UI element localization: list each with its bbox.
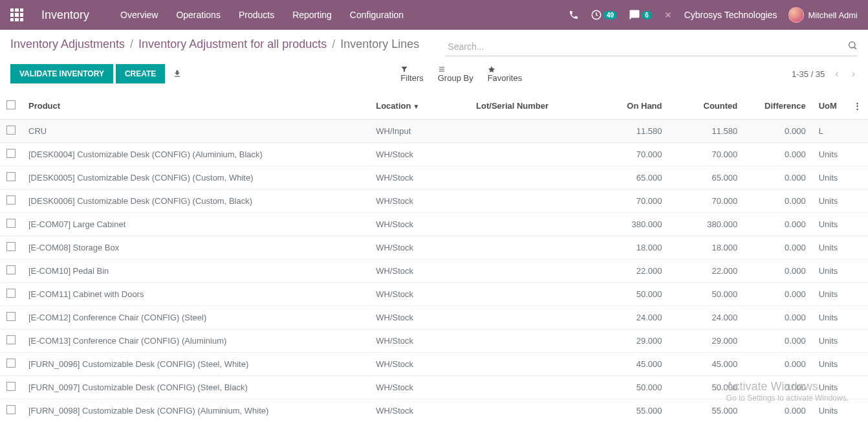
row-checkbox[interactable] bbox=[6, 382, 16, 391]
table-row[interactable]: [E-COM13] Conference Chair (CONFIG) (Alu… bbox=[0, 329, 868, 353]
cell-lot bbox=[470, 236, 593, 260]
nav-overview[interactable]: Overview bbox=[120, 10, 158, 20]
cell-uom: Units bbox=[812, 213, 847, 236]
table-row[interactable]: [FURN_0096] Customizable Desk (CONFIG) (… bbox=[0, 353, 868, 376]
cell-uom: Units bbox=[812, 143, 847, 166]
cell-counted: 22.000 bbox=[669, 260, 744, 283]
col-uom[interactable]: UoM bbox=[812, 93, 847, 120]
filters-button[interactable]: Filters bbox=[400, 65, 423, 83]
nav-reporting[interactable]: Reporting bbox=[292, 10, 332, 20]
table-row[interactable]: [E-COM10] Pedal BinWH/Stock22.00022.0000… bbox=[0, 260, 868, 283]
cell-lot bbox=[470, 143, 593, 166]
toolbar: VALIDATE INVENTORY CREATE Filters Group … bbox=[0, 56, 868, 89]
table-row[interactable]: [E-COM11] Cabinet with DoorsWH/Stock50.0… bbox=[0, 283, 868, 306]
nav-products[interactable]: Products bbox=[239, 10, 274, 20]
row-checkbox[interactable] bbox=[6, 126, 16, 135]
funnel-icon bbox=[400, 65, 408, 73]
cell-onhand: 50.000 bbox=[593, 283, 668, 306]
cell-lot bbox=[470, 166, 593, 190]
breadcrumb-item-1[interactable]: Inventory Adjustments bbox=[10, 38, 125, 51]
row-checkbox[interactable] bbox=[6, 265, 16, 274]
cell-uom: Units bbox=[812, 306, 847, 329]
cell-uom: Units bbox=[812, 283, 847, 306]
cell-product: [E-COM11] Cabinet with Doors bbox=[22, 283, 369, 306]
search-input[interactable] bbox=[445, 38, 858, 56]
cell-lot bbox=[470, 306, 593, 329]
row-checkbox[interactable] bbox=[6, 312, 16, 321]
nav-operations[interactable]: Operations bbox=[176, 10, 220, 20]
row-checkbox[interactable] bbox=[6, 405, 16, 414]
table-row[interactable]: CRUWH/Input11.58011.5800.000L bbox=[0, 120, 868, 143]
discuss-icon[interactable]: 6 bbox=[629, 9, 652, 21]
search-icon[interactable] bbox=[847, 40, 858, 50]
table-row[interactable]: [FURN_0098] Customizable Desk (CONFIG) (… bbox=[0, 399, 868, 423]
groupby-button[interactable]: Group By bbox=[438, 65, 473, 83]
row-checkbox[interactable] bbox=[6, 219, 16, 228]
cell-diff: 0.000 bbox=[744, 236, 812, 260]
cell-counted: 24.000 bbox=[669, 306, 744, 329]
column-options-icon[interactable]: ⋮ bbox=[847, 93, 868, 120]
cell-location: WH/Stock bbox=[369, 329, 470, 353]
phone-icon[interactable] bbox=[569, 10, 579, 20]
col-counted[interactable]: Counted bbox=[669, 93, 744, 120]
table-row[interactable]: [DESK0005] Customizable Desk (CONFIG) (C… bbox=[0, 166, 868, 190]
validate-inventory-button[interactable]: VALIDATE INVENTORY bbox=[10, 64, 113, 83]
pager-prev[interactable]: ‹ bbox=[832, 68, 841, 80]
star-icon bbox=[488, 65, 495, 73]
cell-uom: Units bbox=[812, 166, 847, 190]
cell-location: WH/Stock bbox=[369, 143, 470, 166]
cell-product: [DESK0004] Customizable Desk (CONFIG) (A… bbox=[22, 143, 369, 166]
nav-configuration[interactable]: Configuration bbox=[350, 10, 404, 20]
select-all-checkbox[interactable] bbox=[6, 100, 16, 109]
row-checkbox[interactable] bbox=[6, 359, 16, 368]
breadcrumb: Inventory Adjustments / Inventory Adjust… bbox=[10, 38, 419, 51]
cell-lot bbox=[470, 260, 593, 283]
row-checkbox[interactable] bbox=[6, 242, 16, 251]
row-checkbox[interactable] bbox=[6, 149, 16, 158]
cell-lot bbox=[470, 283, 593, 306]
close-icon[interactable] bbox=[664, 10, 673, 19]
list-icon bbox=[438, 65, 446, 73]
row-checkbox[interactable] bbox=[6, 289, 16, 298]
col-diff[interactable]: Difference bbox=[744, 93, 812, 120]
table-row[interactable]: [DESK0004] Customizable Desk (CONFIG) (A… bbox=[0, 143, 868, 166]
col-location[interactable]: Location▼ bbox=[369, 93, 470, 120]
cell-uom: Units bbox=[812, 329, 847, 353]
breadcrumb-item-2[interactable]: Inventory Adjustment for all products bbox=[138, 38, 327, 51]
table-row[interactable]: [E-COM07] Large CabinetWH/Stock380.00038… bbox=[0, 213, 868, 236]
favorites-button[interactable]: Favorites bbox=[488, 65, 522, 83]
apps-icon[interactable] bbox=[10, 8, 23, 21]
user-menu[interactable]: Mitchell Admi bbox=[788, 7, 858, 23]
col-lot[interactable]: Lot/Serial Number bbox=[470, 93, 593, 120]
cell-lot bbox=[470, 190, 593, 213]
cell-location: WH/Stock bbox=[369, 236, 470, 260]
table-row[interactable]: [FURN_0097] Customizable Desk (CONFIG) (… bbox=[0, 376, 868, 399]
table-row[interactable]: [DESK0006] Customizable Desk (CONFIG) (C… bbox=[0, 190, 868, 213]
company-name[interactable]: Cybrosys Technologies bbox=[684, 10, 777, 20]
cell-onhand: 11.580 bbox=[593, 120, 668, 143]
cell-lot bbox=[470, 399, 593, 423]
row-checkbox[interactable] bbox=[6, 335, 16, 344]
cell-onhand: 29.000 bbox=[593, 329, 668, 353]
cell-counted: 45.000 bbox=[669, 353, 744, 376]
table-row[interactable]: [E-COM08] Storage BoxWH/Stock18.00018.00… bbox=[0, 236, 868, 260]
col-product[interactable]: Product bbox=[22, 93, 369, 120]
cell-diff: 0.000 bbox=[744, 399, 812, 423]
cell-uom: Units bbox=[812, 236, 847, 260]
col-onhand[interactable]: On Hand bbox=[593, 93, 668, 120]
row-checkbox[interactable] bbox=[6, 195, 16, 205]
row-checkbox[interactable] bbox=[6, 172, 16, 181]
cell-product: [DESK0005] Customizable Desk (CONFIG) (C… bbox=[22, 166, 369, 190]
cell-counted: 29.000 bbox=[669, 329, 744, 353]
cell-location: WH/Stock bbox=[369, 166, 470, 190]
topbar-right: 49 6 Cybrosys Technologies Mitchell Admi bbox=[569, 7, 858, 23]
pager-next[interactable]: › bbox=[849, 68, 858, 80]
table-row[interactable]: [E-COM12] Conference Chair (CONFIG) (Ste… bbox=[0, 306, 868, 329]
cell-counted: 55.000 bbox=[669, 399, 744, 423]
cell-onhand: 70.000 bbox=[593, 190, 668, 213]
activity-icon[interactable]: 49 bbox=[591, 9, 617, 21]
create-button[interactable]: CREATE bbox=[116, 64, 165, 83]
export-icon[interactable] bbox=[168, 65, 187, 82]
cell-location: WH/Stock bbox=[369, 353, 470, 376]
cell-product: [FURN_0096] Customizable Desk (CONFIG) (… bbox=[22, 353, 369, 376]
